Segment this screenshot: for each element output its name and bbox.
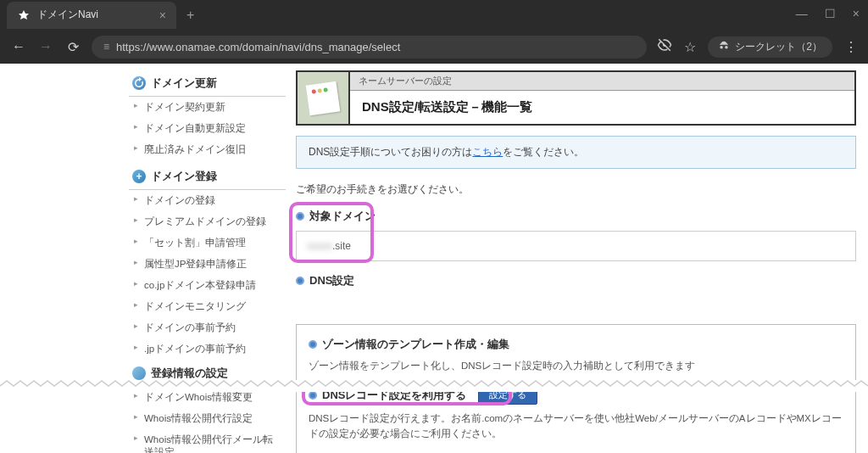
sidebar-item[interactable]: co.jpドメイン本登録申請 [129, 275, 286, 296]
section-title: 登録情報の設定 [151, 366, 228, 381]
dns-record-desc: DNSレコード設定が行えます。お名前.comのネームサーバーを使い他社Web/メ… [309, 411, 843, 441]
sidebar-item[interactable]: ドメイン契約更新 [129, 97, 286, 118]
bullet-icon [309, 391, 317, 400]
section-header: + ドメイン登録 [129, 164, 286, 190]
instruction-text: ご希望のお手続きをお選びください。 [296, 182, 856, 197]
info-link[interactable]: こちら [472, 146, 503, 158]
refresh-icon [132, 76, 146, 90]
eye-off-icon[interactable] [657, 37, 672, 56]
browser-toolbar: ← → ⟳ ≡ https://www.onamae.com/domain/na… [0, 30, 868, 64]
incognito-icon [718, 40, 730, 54]
zone-template-desc: ゾーン情報をテンプレート化し、DNSレコード設定時の入力補助として利用できます [309, 359, 843, 373]
back-button[interactable]: ← [10, 39, 27, 54]
browser-chrome: ドメインNavi × + — ☐ × ← → ⟳ ≡ https://www.o… [0, 0, 868, 64]
menu-icon[interactable]: ⋮ [844, 39, 858, 55]
gear-icon [132, 366, 146, 380]
sidebar-item[interactable]: .jpドメインの事前予約 [129, 338, 286, 360]
zigzag-divider [0, 380, 868, 392]
sidebar-item[interactable]: ドメイン自動更新設定 [129, 118, 286, 139]
sidebar-item[interactable]: Whois情報公開代行設定 [129, 408, 286, 429]
dns-settings-label: DNS設定 [296, 273, 856, 288]
browser-tab[interactable]: ドメインNavi × [7, 2, 176, 29]
section-header: ドメイン更新 [129, 70, 286, 97]
paper-icon [306, 81, 341, 115]
plus-icon: + [132, 170, 146, 183]
url-text: https://www.onamae.com/domain/navi/dns_m… [116, 41, 400, 53]
info-prefix: DNS設定手順についてお困りの方は [309, 146, 472, 158]
sidebar-item[interactable]: 属性型JP登録申請修正 [129, 254, 286, 275]
header-icon-area [298, 72, 348, 124]
bullet-icon [309, 340, 317, 349]
sidebar-section-update: ドメイン更新 ドメイン契約更新 ドメイン自動更新設定 廃止済みドメイン復旧 [129, 70, 286, 160]
info-suffix: をご覧ください。 [503, 146, 584, 158]
zone-template-label: ゾーン情報のテンプレート作成・編集 [309, 337, 843, 352]
sidebar-section-register: + ドメイン登録 ドメインの登録 プレミアムドメインの登録 「セット割」申請管理… [129, 164, 286, 360]
window-controls: — ☐ × [796, 7, 860, 20]
maximize-icon[interactable]: ☐ [825, 7, 836, 20]
header-text-area: ネームサーバーの設定 DNS設定/転送設定－機能一覧 [348, 72, 854, 124]
target-domain-label: 対象ドメイン [296, 209, 856, 224]
domain-display: xxxxx.site [296, 231, 856, 261]
page-header-box: ネームサーバーの設定 DNS設定/転送設定－機能一覧 [296, 70, 856, 126]
sidebar-item[interactable]: ドメインの登録 [129, 190, 286, 211]
sidebar-item[interactable]: ドメインの事前予約 [129, 317, 286, 338]
site-settings-icon[interactable]: ≡ [103, 41, 109, 53]
tab-title: ドメインNavi [37, 8, 153, 22]
tab-favicon [17, 8, 31, 22]
sidebar-item[interactable]: 廃止済みドメイン復旧 [129, 139, 286, 160]
sidebar-item[interactable]: ドメインモニタリング [129, 296, 286, 317]
sidebar-item[interactable]: 「セット割」申請管理 [129, 232, 286, 254]
sidebar: ドメイン更新 ドメイン契約更新 ドメイン自動更新設定 廃止済みドメイン復旧 + … [0, 70, 292, 453]
domain-blur-part: xxxxx [307, 240, 332, 252]
incognito-badge[interactable]: シークレット（2） [708, 36, 832, 58]
section-title: ドメイン登録 [151, 169, 217, 184]
reload-button[interactable]: ⟳ [64, 39, 81, 55]
breadcrumb: ネームサーバーの設定 [350, 72, 854, 91]
bullet-icon [296, 277, 304, 285]
info-box: DNS設定手順についてお困りの方はこちらをご覧ください。 [296, 136, 856, 169]
domain-suffix: .site [332, 240, 351, 252]
new-tab-button[interactable]: + [186, 8, 194, 23]
tab-close-icon[interactable]: × [159, 8, 166, 22]
minimize-icon[interactable]: — [796, 7, 808, 20]
incognito-label: シークレット（2） [735, 40, 822, 54]
bullet-icon [296, 212, 304, 221]
tab-bar: ドメインNavi × + — ☐ × [0, 0, 868, 30]
star-icon[interactable]: ☆ [684, 39, 696, 55]
page-title: DNS設定/転送設定－機能一覧 [350, 91, 854, 124]
sidebar-section-settings: 登録情報の設定 ドメインWhois情報変更 Whois情報公開代行設定 Whoi… [129, 361, 286, 453]
section-title: ドメイン更新 [151, 76, 217, 91]
sidebar-item[interactable]: プレミアムドメインの登録 [129, 211, 286, 232]
url-bar[interactable]: ≡ https://www.onamae.com/domain/navi/dns… [92, 36, 647, 59]
forward-button[interactable]: → [37, 39, 54, 54]
close-window-icon[interactable]: × [853, 7, 860, 20]
page-content: ドメイン更新 ドメイン契約更新 ドメイン自動更新設定 廃止済みドメイン復旧 + … [0, 64, 868, 453]
toolbar-right: ☆ シークレット（2） ⋮ [657, 36, 858, 58]
sidebar-item[interactable]: Whois情報公開代行メール転送設定 [129, 429, 286, 453]
main-content: ネームサーバーの設定 DNS設定/転送設定－機能一覧 DNS設定手順についてお困… [292, 70, 868, 453]
